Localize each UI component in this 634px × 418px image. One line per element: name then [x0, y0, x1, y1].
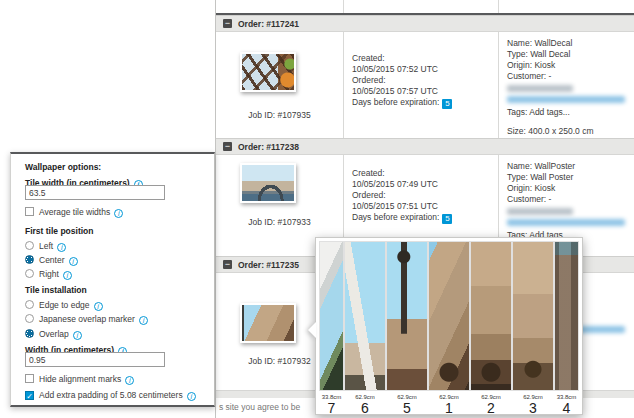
expiration-line: Days before expiration:5 [352, 212, 498, 224]
collapse-icon[interactable]: − [223, 260, 232, 269]
expiration-line: Days before expiration:5 [352, 97, 498, 109]
info-icon[interactable]: i [63, 271, 72, 280]
ordered-value: 10/05/2015 07:57 UTC [352, 86, 498, 97]
tile-installation-label: Tile installation [25, 285, 204, 295]
hide-alignment-marks-label: Hide alignment marks [39, 374, 121, 384]
average-tile-widths-option[interactable]: Average tile widthsi [25, 207, 204, 218]
tile-number: 3 [529, 401, 537, 416]
origin-line: Origin: Kiosk [507, 60, 634, 71]
ordered-value: 10/05/2015 07:51 UTC [352, 201, 498, 212]
position-left-label: Left [39, 241, 53, 251]
installation-option-overlap[interactable]: Overlapi [25, 329, 204, 340]
order-dates-column: Created: 10/05/2015 07:52 UTC Ordered: 1… [343, 32, 498, 138]
tile-image [320, 242, 343, 390]
radio-unselected[interactable] [25, 300, 34, 309]
tile-number: 7 [328, 401, 336, 416]
tile-number: 2 [487, 401, 495, 416]
job-id: Job ID: #107933 [216, 217, 343, 227]
tile-number: 6 [361, 401, 369, 416]
radio-selected[interactable] [25, 255, 34, 264]
redacted-customer-id [507, 208, 573, 215]
radio-selected[interactable] [25, 329, 34, 338]
wallpaper-options-panel: Wallpaper options: Tile width (in centim… [10, 152, 215, 407]
installation-option-edge[interactable]: Edge to edgei [25, 300, 204, 311]
tile-preview-6: 62.9cm 6 [345, 242, 385, 416]
info-icon[interactable]: i [94, 302, 103, 311]
tags-line[interactable]: Tags: Add tags... [507, 107, 634, 118]
position-center-label: Center [39, 255, 65, 265]
info-icon[interactable]: i [125, 376, 134, 385]
order-header-117241[interactable]: − Order: #117241 [216, 15, 634, 32]
info-icon[interactable]: i [57, 243, 66, 252]
radio-unselected[interactable] [25, 241, 34, 250]
ordered-label: Ordered: [352, 190, 498, 201]
name-line: Name: WallDecal [507, 38, 634, 49]
first-tile-position-label: First tile position [25, 226, 204, 236]
order-info-column: Name: WallDecal Type: Wall Decal Origin:… [498, 32, 634, 138]
previous-row-remnant [216, 0, 634, 15]
screen: − Order: #117241 Job ID: #107935 Created… [0, 0, 634, 418]
collapse-icon[interactable]: − [223, 142, 232, 151]
position-option-center[interactable]: Centeri [25, 255, 204, 266]
created-label: Created: [352, 53, 498, 64]
info-icon[interactable]: i [187, 392, 196, 401]
average-tile-widths-label: Average tile widths [39, 207, 110, 217]
radio-unselected[interactable] [25, 269, 34, 278]
tile-preview-2: 62.9cm 2 [471, 242, 511, 416]
info-icon[interactable]: i [73, 331, 82, 340]
position-right-label: Right [39, 269, 59, 279]
job-id: Job ID: #107935 [216, 110, 343, 120]
tile-preview-5: 62.9cm 5 [387, 242, 427, 416]
tile-width-input[interactable] [25, 185, 165, 200]
created-value: 10/05/2015 07:52 UTC [352, 64, 498, 75]
redacted-customer-email [507, 219, 625, 226]
expiration-badge: 5 [442, 214, 452, 224]
type-line: Type: Wall Poster [507, 172, 634, 183]
column-divider [498, 0, 499, 13]
extra-padding-label: Add extra padding of 5.08 centimeters [39, 390, 183, 400]
created-label: Created: [352, 168, 498, 179]
job-thumb-column: Job ID: #107935 [216, 32, 343, 138]
extra-padding-option[interactable]: ✓Add extra padding of 5.08 centimetersi [25, 390, 204, 401]
tile-preview-7: 33.8cm 7 [320, 242, 343, 416]
popup-arrow [308, 322, 316, 338]
position-option-left[interactable]: Lefti [25, 241, 204, 252]
order-title: Order: #117235 [238, 260, 299, 270]
collapse-icon[interactable]: − [223, 19, 232, 28]
origin-line: Origin: Kiosk [507, 183, 634, 194]
tile-preview-4: 33.8cm 4 [555, 242, 578, 416]
expiration-label: Days before expiration: [352, 212, 439, 222]
tile-preview-3: 62.9cm 3 [513, 242, 553, 416]
agreement-text: s site you agree to be [219, 402, 300, 412]
checkbox-unchecked[interactable] [25, 207, 34, 216]
tile-strip-row: 33.8cm 7 62.9cm 6 62.9cm 5 62.9cm 1 62.9… [316, 238, 582, 416]
info-icon[interactable]: i [139, 316, 148, 325]
tile-number: 5 [403, 401, 411, 416]
checkbox-unchecked[interactable] [25, 374, 34, 383]
job-thumbnail[interactable] [240, 303, 296, 343]
column-divider [343, 0, 344, 13]
hide-alignment-marks-option[interactable]: Hide alignment marksi [25, 374, 204, 385]
created-value: 10/05/2015 07:49 UTC [352, 179, 498, 190]
installation-option-japanese[interactable]: Japanese overlap markeri [25, 314, 204, 325]
tile-preview-1: 62.9cm 1 [429, 242, 469, 416]
info-icon[interactable]: i [69, 257, 78, 266]
installation-japanese-label: Japanese overlap marker [39, 314, 135, 324]
overlap-width-input[interactable] [25, 352, 165, 367]
order-row-117241: Job ID: #107935 Created: 10/05/2015 07:5… [216, 32, 634, 138]
redacted-customer-email [507, 96, 625, 103]
radio-unselected[interactable] [25, 314, 34, 323]
order-title: Order: #117241 [238, 19, 299, 29]
expiration-label: Days before expiration: [352, 97, 439, 107]
job-thumbnail[interactable] [240, 163, 296, 203]
checkbox-checked[interactable]: ✓ [25, 391, 34, 400]
position-option-right[interactable]: Righti [25, 269, 204, 280]
tile-image [471, 242, 511, 390]
job-thumbnail[interactable] [240, 52, 296, 92]
tile-number: 1 [445, 401, 453, 416]
name-line: Name: WallPoster [507, 161, 634, 172]
order-header-117238[interactable]: − Order: #117238 [216, 138, 634, 155]
info-icon[interactable]: i [114, 209, 123, 218]
size-line: Size: 400.0 x 250.0 cm [507, 126, 634, 137]
tile-preview-popup: 33.8cm 7 62.9cm 6 62.9cm 5 62.9cm 1 62.9… [315, 237, 583, 415]
